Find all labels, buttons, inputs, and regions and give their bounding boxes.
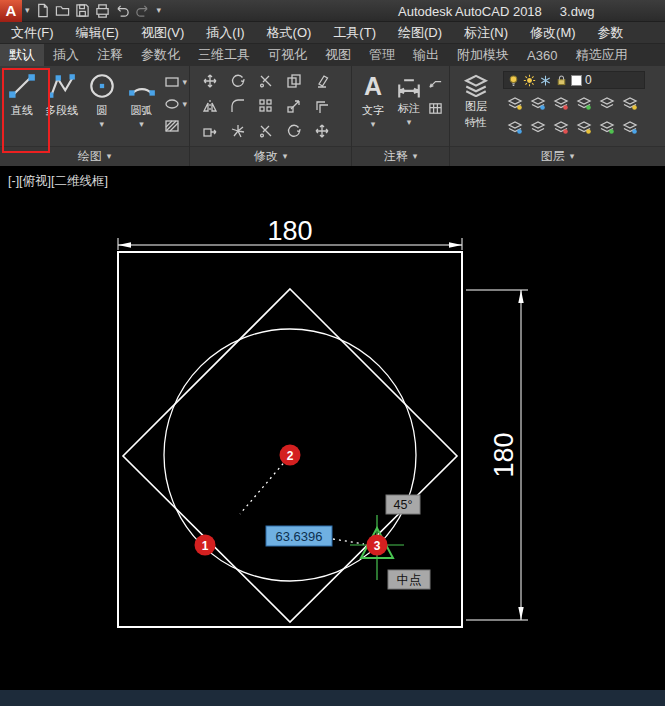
text-label: 文字 <box>362 104 384 117</box>
menu-view[interactable]: 视图(V) <box>130 22 195 44</box>
explode-tool[interactable] <box>230 123 246 143</box>
rotate-tool[interactable] <box>230 73 246 93</box>
layer-dropdown[interactable]: 0 <box>503 71 645 89</box>
quick-access-caret-icon[interactable]: ▾ <box>157 6 162 15</box>
layer-color-swatch[interactable] <box>571 75 582 86</box>
menu-format[interactable]: 格式(O) <box>256 22 323 44</box>
circle-button[interactable]: 圆 ▾ <box>82 66 122 134</box>
copy-tool[interactable] <box>286 73 302 93</box>
tab-output[interactable]: 输出 <box>404 44 448 66</box>
polyline-button[interactable]: 多段线 <box>42 66 82 134</box>
mirror-tool[interactable] <box>202 98 218 118</box>
dimension-button[interactable]: 标注 ▾ <box>392 66 426 129</box>
menu-insert[interactable]: 插入(I) <box>195 22 255 44</box>
array-tool[interactable] <box>258 98 274 118</box>
app-menu-caret-icon[interactable]: ▾ <box>25 6 30 15</box>
dimension-right[interactable]: 180 <box>466 290 528 620</box>
rectangle-caret-icon[interactable]: ▾ <box>182 78 187 87</box>
plot-icon[interactable] <box>94 2 112 20</box>
new-file-icon[interactable] <box>34 2 52 20</box>
layer-properties-button[interactable]: 图层 特性 <box>453 66 499 141</box>
line-button[interactable]: 直线 <box>2 66 42 134</box>
stretch-tool[interactable] <box>202 123 218 143</box>
tab-insert[interactable]: 插入 <box>44 44 88 66</box>
drawing-area[interactable]: [-][俯视][二维线框] 180 180 <box>0 166 665 690</box>
rectangle-button[interactable]: ▾ <box>164 74 187 90</box>
tab-manage[interactable]: 管理 <box>360 44 404 66</box>
layer-tool[interactable] <box>507 119 523 139</box>
layer-freeze-icon[interactable] <box>539 74 552 87</box>
draw-panel-label[interactable]: 绘图 ▾ <box>0 146 189 166</box>
text-button[interactable]: A 文字 ▾ <box>356 66 390 129</box>
tab-parametric[interactable]: 参数化 <box>132 44 189 66</box>
point-marker-1: 1 <box>195 535 216 556</box>
mirror-icon <box>202 98 218 114</box>
trim-tool[interactable] <box>258 123 274 143</box>
menu-parametric[interactable]: 参数 <box>587 22 635 44</box>
tab-home[interactable]: 默认 <box>0 44 44 66</box>
dimension-top[interactable]: 180 <box>118 216 462 250</box>
autocad-logo[interactable]: A <box>0 0 22 22</box>
erase-tool[interactable] <box>314 73 330 93</box>
ellipse-caret-icon[interactable]: ▾ <box>182 100 187 109</box>
modify-panel-label[interactable]: 修改 ▾ <box>190 146 351 166</box>
dynamic-input-field[interactable]: 63.6396 <box>266 526 332 546</box>
layer-tool[interactable] <box>599 119 615 139</box>
dimension-caret-icon[interactable]: ▾ <box>407 118 412 127</box>
move-tool[interactable] <box>202 73 218 93</box>
redo-icon[interactable] <box>134 2 152 20</box>
ellipse-button[interactable]: ▾ <box>164 96 187 112</box>
layer-on-bulb-icon[interactable] <box>507 74 520 87</box>
annotate-panel-label[interactable]: 注释 ▾ <box>352 146 449 166</box>
layer-tool[interactable] <box>599 95 615 115</box>
trim-tool[interactable] <box>258 73 274 93</box>
open-file-icon[interactable] <box>54 2 72 20</box>
layer-tool[interactable] <box>553 119 569 139</box>
menu-draw[interactable]: 绘图(D) <box>387 22 453 44</box>
arc-button[interactable]: 圆弧 ▾ <box>122 66 162 134</box>
drawing-canvas[interactable]: 180 180 1 2 3 <box>0 166 665 690</box>
move-tool[interactable] <box>314 123 330 143</box>
hatch-button[interactable] <box>164 118 187 134</box>
modify-panel-caret-icon[interactable]: ▾ <box>283 152 288 161</box>
tab-visualize[interactable]: 可视化 <box>259 44 316 66</box>
layer-panel-label[interactable]: 图层 ▾ <box>450 146 665 166</box>
layer-tool[interactable] <box>622 95 638 115</box>
undo-icon[interactable] <box>114 2 132 20</box>
circle-caret-icon[interactable]: ▾ <box>99 120 104 129</box>
leader-button[interactable] <box>428 75 443 94</box>
scale-tool[interactable] <box>286 98 302 118</box>
menu-dimension[interactable]: 标注(N) <box>453 22 519 44</box>
menu-tools[interactable]: 工具(T) <box>322 22 387 44</box>
annotate-panel-caret-icon[interactable]: ▾ <box>413 152 418 161</box>
menu-modify[interactable]: 修改(M) <box>519 22 587 44</box>
fillet-tool[interactable] <box>230 98 246 118</box>
tab-3d-tools[interactable]: 三维工具 <box>189 44 259 66</box>
layer-lock-icon[interactable] <box>555 74 568 87</box>
tab-featured-apps[interactable]: 精选应用 <box>566 44 636 66</box>
tab-a360[interactable]: A360 <box>518 44 566 66</box>
layer-tool[interactable] <box>576 95 592 115</box>
offset-tool[interactable] <box>314 98 330 118</box>
layer-tool[interactable] <box>622 119 638 139</box>
layer-tool[interactable] <box>530 119 546 139</box>
rotate-tool[interactable] <box>286 123 302 143</box>
menu-file[interactable]: 文件(F) <box>0 22 65 44</box>
layer-tool[interactable] <box>530 95 546 115</box>
layer-tool[interactable] <box>576 119 592 139</box>
arc-caret-icon[interactable]: ▾ <box>139 120 144 129</box>
layer-tool[interactable] <box>553 95 569 115</box>
layer-sun-icon[interactable] <box>523 74 536 87</box>
layer-panel-caret-icon[interactable]: ▾ <box>570 152 575 161</box>
tab-annotate[interactable]: 注释 <box>88 44 132 66</box>
marker-3-number: 3 <box>374 539 381 553</box>
tab-view[interactable]: 视图 <box>316 44 360 66</box>
draw-panel: 直线 多段线 圆 ▾ 圆弧 ▾ ▾ ▾ 绘图 <box>0 66 190 166</box>
layer-tool[interactable] <box>507 95 523 115</box>
menu-edit[interactable]: 编辑(E) <box>65 22 130 44</box>
tab-addins[interactable]: 附加模块 <box>448 44 518 66</box>
save-icon[interactable] <box>74 2 92 20</box>
text-caret-icon[interactable]: ▾ <box>371 120 376 129</box>
draw-panel-caret-icon[interactable]: ▾ <box>107 152 112 161</box>
table-button[interactable] <box>428 101 443 120</box>
